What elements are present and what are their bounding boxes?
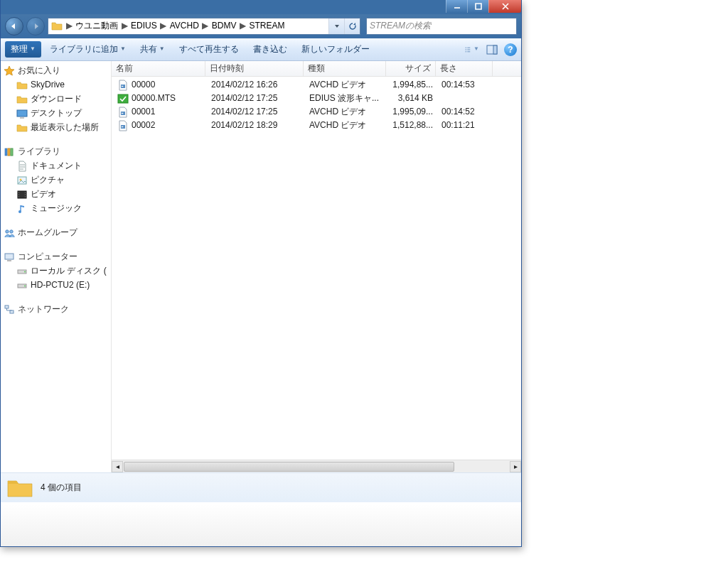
nav-label: ダウンロード [31,94,82,105]
folder-icon [16,80,28,91]
chevron-right-icon: ▶ [202,21,209,32]
scroll-track[interactable] [123,461,510,472]
network-icon [4,304,15,315]
computer-icon [4,251,15,263]
explorer-window: ▶ ウユニ動画 ▶ EDIUS ▶ AVCHD ▶ BDMV ▶ STREAM … [0,0,522,547]
picture-icon [16,175,28,186]
star-icon [4,65,15,77]
nav-desktop[interactable]: デスクトップ [1,107,111,121]
col-length[interactable]: 長さ [436,61,493,76]
chevron-right-icon: ▶ [121,21,128,32]
playall-label: すべて再生する [179,44,239,55]
col-date[interactable]: 日付時刻 [205,61,304,76]
favorites-label: お気に入り [18,65,60,77]
chevron-right-icon: ▶ [160,21,167,32]
address-bar[interactable]: ▶ ウユニ動画 ▶ EDIUS ▶ AVCHD ▶ BDMV ▶ STREAM [48,18,360,35]
view-menu[interactable]: ▼ [464,43,480,57]
homegroup-group: ホームグループ [1,226,111,240]
svg-rect-18 [5,305,9,308]
recent-icon [16,122,28,134]
address-dropdown-button[interactable] [328,18,344,35]
nav-label: ピクチャ [31,175,65,186]
cell-size: 1,512,88... [387,120,437,131]
search-input[interactable]: STREAMの検索 [366,18,517,35]
homegroup-label: ホームグループ [18,227,77,239]
folder-icon [51,20,63,33]
close-icon [502,3,509,10]
cell-name: 00002 [113,120,207,131]
crumb[interactable]: AVCHD [167,19,202,33]
title-bar [1,0,521,14]
cell-size: 1,995,09... [387,107,437,118]
organize-label: 整理 [11,44,28,55]
minimize-button[interactable] [446,0,467,13]
command-bar: 整理▼ ライブラリに追加▼ 共有▼ すべて再生する 書き込む 新しいフォルダー … [1,38,521,61]
crumb[interactable]: ウユニ動画 [73,19,121,33]
nav-localdisk[interactable]: ローカル ディスク ( [1,264,111,278]
file-row[interactable]: 000002014/02/12 16:26AVCHD ビデオ1,994,85..… [112,78,521,92]
favorites-header[interactable]: お気に入り [1,64,111,78]
nav-label: ドキュメント [31,161,82,172]
svg-point-10 [6,230,9,233]
organize-menu[interactable]: 整理▼ [5,41,41,58]
back-button[interactable] [5,17,23,36]
libraries-header[interactable]: ライブラリ [1,145,111,159]
crumb[interactable]: STREAM [246,19,287,33]
nav-music[interactable]: ミュージック [1,202,111,216]
forward-button[interactable] [26,17,45,36]
share-label: 共有 [140,44,157,55]
share-menu[interactable]: 共有▼ [134,41,171,58]
crumb[interactable]: EDIUS [128,19,160,33]
chevron-right-icon: ▶ [239,21,246,32]
close-button[interactable] [488,0,521,13]
cell-length: 00:11:21 [437,120,494,131]
navigation-pane: お気に入り SkyDrive ダウンロード デスクトップ 最近表示した場所 [1,61,111,472]
col-size[interactable]: サイズ [386,61,436,76]
nav-skydrive[interactable]: SkyDrive [1,78,111,92]
video-file-icon [117,80,129,91]
svg-rect-13 [7,260,11,261]
status-bar: 4 個の項目 [1,472,521,502]
include-library-menu[interactable]: ライブラリに追加▼ [44,41,132,58]
nav-downloads[interactable]: ダウンロード [1,92,111,107]
svg-point-17 [24,286,26,287]
col-name[interactable]: 名前 [112,61,205,76]
col-type[interactable]: 種類 [304,61,386,76]
scroll-right-button[interactable]: ▸ [510,461,521,472]
cell-type: EDIUS 波形キャ... [305,93,387,104]
maximize-button[interactable] [467,0,488,13]
burn-button[interactable]: 書き込む [247,41,293,58]
nav-pictures[interactable]: ピクチャ [1,173,111,188]
crumb[interactable]: BDMV [209,19,240,33]
cell-date: 2014/02/12 16:26 [207,80,305,91]
file-row[interactable]: 000022014/02/12 18:29AVCHD ビデオ1,512,88..… [112,119,521,132]
nav-documents[interactable]: ドキュメント [1,159,111,173]
newfolder-button[interactable]: 新しいフォルダー [296,41,375,58]
cell-name: 00000.MTS [113,93,207,104]
file-row[interactable]: 00000.MTS2014/02/12 17:25EDIUS 波形キャ...3,… [112,92,521,105]
computer-header[interactable]: コンピューター [1,250,111,264]
scroll-thumb[interactable] [124,462,454,472]
nav-recent[interactable]: 最近表示した場所 [1,121,111,135]
maximize-icon [475,3,482,10]
network-header[interactable]: ネットワーク [1,303,111,317]
cell-size: 1,994,85... [387,80,437,91]
cell-name: 00001 [113,107,207,118]
network-label: ネットワーク [18,304,69,315]
help-button[interactable]: ? [504,43,517,56]
preview-pane-button[interactable] [484,43,500,57]
file-row[interactable]: 000012014/02/12 17:25AVCHD ビデオ1,995,09..… [112,105,521,119]
nav-videos[interactable]: ビデオ [1,188,111,202]
view-icon [465,45,472,55]
horizontal-scrollbar[interactable]: ◂ ▸ [112,460,521,472]
cell-date: 2014/02/12 18:29 [207,120,305,131]
preview-icon [486,45,498,55]
cell-type: AVCHD ビデオ [305,120,387,131]
refresh-button[interactable] [344,18,360,35]
nav-external-drive[interactable]: HD-PCTU2 (E:) [1,278,111,293]
svg-rect-21 [118,94,128,103]
video-file-icon [117,120,129,131]
scroll-left-button[interactable]: ◂ [112,461,123,472]
homegroup-header[interactable]: ホームグループ [1,226,111,240]
playall-button[interactable]: すべて再生する [173,41,245,58]
